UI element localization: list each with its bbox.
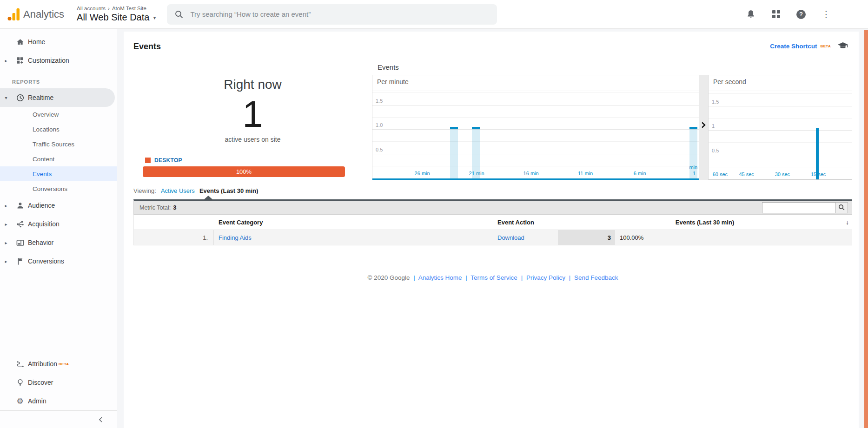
- header-actions: ? ⋮: [745, 9, 868, 20]
- active-tab-pointer: [204, 196, 212, 199]
- property-selector[interactable]: All Web Site Data ▾: [77, 12, 156, 23]
- page-footer: © 2020 Google | Analytics Home | Terms o…: [133, 274, 852, 281]
- help-icon[interactable]: ?: [795, 9, 807, 20]
- sidebar-item-attribution[interactable]: Attribution BETA: [0, 355, 117, 373]
- y-axis-tick-label: 1.5: [712, 99, 719, 105]
- per-second-label: Per second: [713, 78, 746, 86]
- viewing-tabs: Viewing: Active Users Events (Last 30 mi…: [133, 185, 852, 196]
- sidebar-item-traffic-sources[interactable]: Traffic Sources: [0, 137, 117, 151]
- y-axis-tick-label: 1: [712, 123, 715, 129]
- side-panel-scroll-strip[interactable]: [864, 30, 868, 428]
- footer-link-feedback[interactable]: Send Feedback: [574, 274, 618, 281]
- events-chart-block: Events Per minute 0.51.01.5-26 min-21 mi…: [372, 62, 852, 180]
- gridline: [709, 167, 852, 167]
- property-block: All accounts › AtoM Test Site All Web Si…: [77, 6, 156, 23]
- sidebar-item-realtime[interactable]: ▾ Realtime: [0, 88, 115, 107]
- breadcrumb-property[interactable]: AtoM Test Site: [112, 6, 146, 11]
- y-axis-tick-label: 1.0: [376, 122, 383, 128]
- sidebar-item-audience[interactable]: ▸ Audience: [0, 196, 117, 215]
- breadcrumb-account[interactable]: All accounts: [77, 6, 106, 11]
- customization-icon: [12, 56, 28, 65]
- home-icon: [12, 38, 28, 46]
- event-percent-cell: 100.00%: [615, 230, 643, 245]
- report-header: Events Create Shortcut BETA: [133, 32, 852, 56]
- create-shortcut-link[interactable]: Create Shortcut: [770, 43, 817, 50]
- device-legend: DESKTOP: [145, 157, 372, 164]
- main-content: Events Create Shortcut BETA: [117, 29, 868, 428]
- acquisition-network-icon: [12, 220, 28, 229]
- per-minute-chart: Per minute 0.51.01.5-26 min-21 min-16 mi…: [372, 75, 699, 180]
- apps-grid-icon[interactable]: [770, 9, 782, 20]
- viewing-label: Viewing:: [133, 187, 156, 194]
- search-icon: [174, 10, 184, 19]
- analytics-logo[interactable]: Analytics: [7, 7, 64, 21]
- gridline: [709, 93, 852, 94]
- notifications-bell-icon[interactable]: [745, 9, 756, 20]
- beta-badge: BETA: [821, 44, 831, 48]
- search-input[interactable]: [190, 10, 478, 18]
- footer-link-analytics-home[interactable]: Analytics Home: [418, 274, 462, 281]
- x-axis-tick-label: -60 sec: [711, 171, 728, 178]
- footer-link-terms[interactable]: Terms of Service: [470, 274, 517, 281]
- column-header-events-metric[interactable]: Events (Last 30 min): [558, 215, 852, 230]
- sidebar-item-discover[interactable]: Discover: [0, 373, 117, 392]
- breadcrumb-separator-icon: ›: [108, 6, 110, 11]
- sidebar-item-locations[interactable]: Locations: [0, 122, 117, 137]
- clock-icon: [12, 93, 28, 102]
- attribution-icon: [12, 360, 28, 369]
- event-category-link[interactable]: Finding Aids: [219, 234, 252, 241]
- expand-right-icon: ▸: [0, 259, 12, 264]
- x-axis-tick-label: -26 min: [413, 171, 430, 177]
- chart-panels: Per minute 0.51.01.5-26 min-21 min-16 mi…: [372, 75, 852, 180]
- sidebar-item-content[interactable]: Content: [0, 151, 117, 166]
- gridline: [372, 129, 699, 130]
- table-search-button[interactable]: [835, 202, 848, 213]
- y-axis-tick-label: 0.5: [376, 147, 383, 152]
- sidebar-item-home[interactable]: Home: [0, 33, 117, 51]
- per-second-plot: 0.511.5-60 sec-45 sec-30 sec-15 sec: [709, 91, 852, 180]
- expand-right-icon: ▸: [0, 58, 12, 63]
- sidebar-item-admin[interactable]: ⚙ Admin: [0, 392, 117, 410]
- collapse-left-icon: [98, 416, 104, 423]
- column-header-event-action[interactable]: Event Action: [497, 219, 558, 226]
- sidebar-item-acquisition[interactable]: ▸ Acquisition: [0, 215, 117, 233]
- gridline: [372, 105, 699, 105]
- footer-link-privacy[interactable]: Privacy Policy: [526, 274, 565, 281]
- sidebar-item-conversions-rt[interactable]: Conversions: [0, 181, 117, 196]
- top-bar: Analytics All accounts › AtoM Test Site …: [0, 0, 868, 29]
- create-shortcut[interactable]: Create Shortcut BETA: [770, 42, 852, 50]
- per-second-chart: Per second 0.511.5-60 sec-45 sec-30 sec-…: [708, 75, 852, 180]
- analytics-app: Analytics All accounts › AtoM Test Site …: [0, 0, 868, 428]
- row-index: 1.: [134, 230, 214, 245]
- desktop-share-value: 100%: [236, 168, 252, 175]
- table-search-input[interactable]: [762, 202, 835, 213]
- metric-total-value: 3: [173, 204, 176, 211]
- sidebar-item-conversions[interactable]: ▸ Conversions: [0, 252, 117, 270]
- header-divider: [70, 6, 70, 23]
- flag-icon: [12, 257, 28, 266]
- sidebar-item-overview[interactable]: Overview: [0, 107, 117, 122]
- event-action-link[interactable]: Download: [497, 234, 524, 241]
- chart-bar: [689, 127, 697, 178]
- per-minute-label: Per minute: [377, 78, 409, 86]
- chart-panel-expander[interactable]: [699, 75, 708, 180]
- column-header-event-category[interactable]: Event Category: [214, 219, 497, 226]
- sidebar-item-events[interactable]: Events: [0, 166, 117, 181]
- app-name: Analytics: [23, 8, 64, 20]
- kebab-menu-icon[interactable]: ⋮: [821, 9, 832, 20]
- sort-descending-icon[interactable]: ↓: [846, 215, 849, 230]
- y-axis-tick-label: 1.5: [376, 98, 383, 104]
- table-search: [762, 202, 848, 213]
- global-search[interactable]: [167, 4, 497, 25]
- gear-icon: ⚙: [12, 397, 28, 405]
- sidebar-collapse-button[interactable]: [0, 410, 117, 428]
- tab-active-users[interactable]: Active Users: [161, 187, 195, 194]
- active-users-caption: active users on site: [133, 136, 372, 143]
- gridline: [372, 141, 699, 142]
- sidebar-item-customization[interactable]: ▸ Customization: [0, 51, 117, 70]
- breadcrumb: All accounts › AtoM Test Site: [77, 6, 156, 11]
- sidebar-item-behavior[interactable]: ▸ Behavior: [0, 233, 117, 252]
- graduation-cap-icon[interactable]: [837, 42, 848, 50]
- tab-events-last-30-min[interactable]: Events (Last 30 min): [199, 187, 258, 194]
- gridline: [709, 130, 852, 131]
